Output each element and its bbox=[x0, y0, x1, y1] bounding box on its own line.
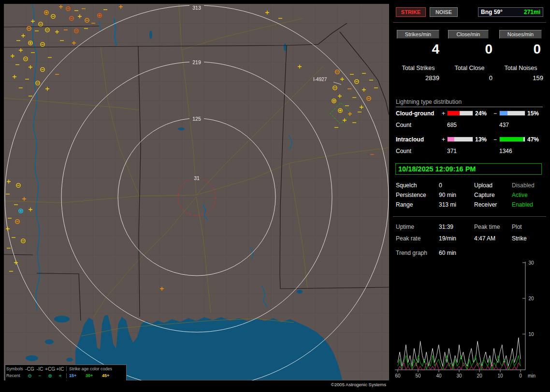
persistence-row: Persistence 90 min Capture Active bbox=[393, 192, 546, 199]
age-45-label: 45+ bbox=[102, 373, 118, 378]
range-label: Range bbox=[396, 201, 413, 208]
legend-col-ncg: -CG bbox=[25, 366, 35, 372]
cg-negative-pct: 15% bbox=[527, 110, 539, 117]
strikes-per-min-value: 4 bbox=[393, 42, 439, 57]
legend-col-nic: -IC bbox=[35, 366, 45, 372]
cloud-ground-label: Cloud-ground bbox=[396, 110, 434, 117]
legend-symbols-label: Symbols bbox=[6, 366, 25, 371]
plus-icon: + bbox=[55, 373, 65, 378]
bearing-box: Bng 59° 271mi bbox=[478, 7, 543, 17]
close-per-min-value: 0 bbox=[446, 42, 492, 57]
ic-positive-pct: 13% bbox=[475, 136, 487, 143]
ring-label-313: 313 bbox=[192, 5, 201, 11]
receiver-label: Receiver bbox=[474, 201, 497, 208]
trend-x-label: 40 bbox=[436, 373, 442, 378]
trend-x-label: 50 bbox=[415, 373, 421, 378]
range-row: Range 313 mi Receiver Enabled bbox=[393, 201, 546, 209]
legend-age-title: Strike age color codes bbox=[69, 366, 112, 371]
legend-recent-label: Recent bbox=[6, 373, 25, 378]
legend-header-row: Symbols -CG -IC +CG +IC Strike age color… bbox=[6, 365, 125, 372]
lightning-map[interactable]: 313 219 125 31 I-4927 bbox=[4, 4, 389, 389]
trend-x-label: 0 bbox=[519, 373, 522, 378]
trend-y-label: 30 bbox=[528, 260, 534, 266]
total-strikes-label: Total Strikes bbox=[393, 65, 444, 71]
copyright-text: ©2005 Astrogenic Systems bbox=[331, 382, 386, 387]
trend-x-label: 10 bbox=[497, 373, 503, 378]
divider bbox=[393, 216, 546, 217]
circle-plus-icon: ⊕ bbox=[45, 373, 55, 378]
divider bbox=[393, 22, 546, 23]
ic-negative-pct: 47% bbox=[527, 136, 539, 143]
noises-per-min-button[interactable]: Noises/min bbox=[499, 30, 542, 39]
sidebar: STRIKE NOISE Bng 59° 271mi Strikes/min C… bbox=[393, 4, 546, 389]
trend-y-label: 20 bbox=[528, 296, 534, 301]
total-close-value: 0 bbox=[446, 74, 492, 82]
capture-status: Active bbox=[512, 192, 528, 198]
circle-minus-icon: ⊖ bbox=[25, 373, 35, 378]
distance-value: 271mi bbox=[524, 8, 540, 16]
upload-status: Disabled bbox=[512, 182, 535, 189]
trend-x-tickmarks bbox=[398, 370, 521, 372]
ring-label-125: 125 bbox=[192, 116, 201, 122]
ic-positive-bar bbox=[447, 137, 473, 142]
trend-x-label: min bbox=[528, 373, 536, 378]
uptime-row: Uptime 31:39 Peak time Plot bbox=[393, 224, 546, 231]
trend-graph-row: Trend graph 60 min bbox=[393, 250, 546, 257]
strikes-per-min-button[interactable]: Strikes/min bbox=[397, 30, 439, 39]
receiver-status: Enabled bbox=[512, 201, 533, 208]
total-noises-label: Total Noises bbox=[495, 65, 546, 71]
noises-per-min-value: 0 bbox=[497, 42, 541, 57]
legend-recent-row: Recent ⊖ − ⊕ + 15+ 30+ 45+ bbox=[6, 372, 125, 379]
trend-x-label: 60 bbox=[395, 373, 401, 378]
cg-positive-count: 685 bbox=[447, 122, 457, 128]
persistence-value: 90 min bbox=[439, 192, 456, 198]
upload-label: Upload bbox=[474, 182, 492, 189]
cg-positive-bar bbox=[447, 111, 473, 116]
trend-y-labels: 302010 bbox=[528, 260, 534, 337]
trend-graph: 6050403020100min 302010 bbox=[394, 259, 545, 385]
datetime-display: 10/18/2025 12:09:16 PM bbox=[395, 163, 542, 175]
count-label: Count bbox=[396, 148, 411, 154]
uptime-label: Uptime bbox=[396, 224, 414, 230]
plot-value: Strike bbox=[512, 235, 527, 242]
squelch-row: Squelch 0 Upload Disabled bbox=[393, 182, 546, 190]
intracloud-count-row: Count 371 1346 bbox=[393, 148, 546, 154]
peak-time-label: Peak time bbox=[474, 224, 500, 230]
peak-rate-row: Peak rate 19/min 4:47 AM Strike bbox=[393, 235, 546, 243]
cg-negative-count: 437 bbox=[499, 122, 509, 128]
road-label: I-4927 bbox=[313, 77, 327, 82]
age-15-label: 15+ bbox=[69, 373, 86, 378]
peak-time-value: 4:47 AM bbox=[474, 235, 495, 242]
plot-label: Plot bbox=[512, 224, 522, 230]
squelch-label: Squelch bbox=[396, 182, 417, 189]
ring-label-219: 219 bbox=[192, 59, 201, 65]
trend-x-label: 30 bbox=[456, 373, 462, 378]
trend-y-tickmarks bbox=[522, 263, 525, 334]
bearing-value: Bng 59° bbox=[481, 8, 503, 16]
peak-rate-value: 19/min bbox=[439, 235, 456, 242]
strike-toggle-button[interactable]: STRIKE bbox=[396, 7, 426, 17]
cg-positive-pct: 24% bbox=[475, 110, 487, 117]
plus-sign: + bbox=[442, 110, 445, 117]
cloud-ground-row: Cloud-ground + 24% − 15% bbox=[393, 110, 546, 117]
trend-y-label: 10 bbox=[528, 332, 534, 337]
distribution-title: Lightning type distribution bbox=[396, 98, 543, 107]
legend-col-pic: +IC bbox=[55, 366, 65, 372]
squelch-value: 0 bbox=[439, 182, 442, 189]
legend-col-pcg: +CG bbox=[45, 366, 55, 372]
capture-label: Capture bbox=[474, 192, 495, 198]
ic-positive-count: 371 bbox=[447, 148, 457, 154]
minus-sign: − bbox=[493, 110, 497, 117]
persistence-label: Persistence bbox=[396, 192, 426, 198]
trend-x-label: 20 bbox=[477, 373, 482, 378]
ic-negative-bar bbox=[499, 137, 525, 142]
ring-label-31: 31 bbox=[194, 175, 200, 181]
close-per-min-button[interactable]: Close/min bbox=[448, 30, 489, 39]
total-noises-value: 159 bbox=[497, 74, 543, 82]
trend-graph-label: Trend graph bbox=[396, 250, 427, 256]
map-panel[interactable]: 313 219 125 31 I-4927 Symbols -CG -IC +C… bbox=[4, 4, 389, 389]
noise-toggle-button[interactable]: NOISE bbox=[430, 7, 458, 17]
peak-rate-label: Peak rate bbox=[396, 235, 420, 242]
total-strikes-value: 2839 bbox=[393, 74, 439, 82]
age-30-label: 30+ bbox=[86, 373, 102, 378]
